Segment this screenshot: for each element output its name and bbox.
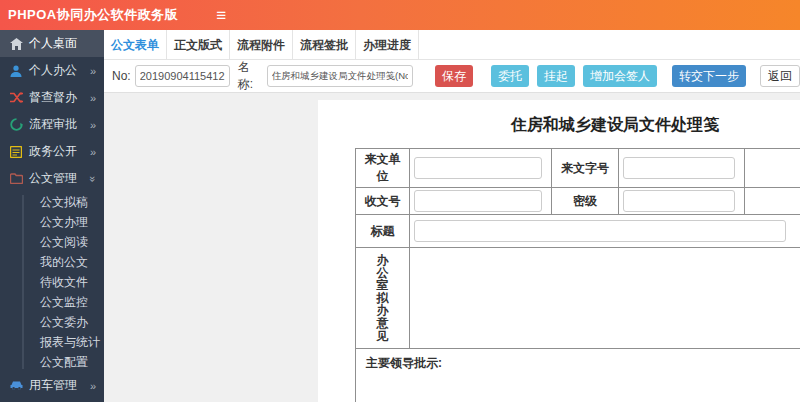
no-input[interactable] (135, 65, 230, 87)
sidebar-item-vehicle-mgmt[interactable]: 用车管理 » (0, 372, 104, 399)
secrecy-input[interactable] (623, 190, 735, 212)
source-unit-label: 来文单位 (356, 149, 410, 188)
sidebar-item-label: 用车管理 (29, 377, 90, 394)
receive-no-label: 收文号 (356, 188, 410, 215)
sidebar-item-supervision[interactable]: 督查督办 » (0, 84, 104, 111)
delegate-button[interactable]: 委托 (491, 65, 529, 87)
sidebar-subitem-process[interactable]: 公文办理 (0, 212, 104, 232)
sidebar-subitem-pending[interactable]: 待收文件 (0, 272, 104, 292)
app-title: PHPOA协同办公软件政务版 (0, 6, 178, 24)
app-window: PHPOA协同办公软件政务版 ≡ 个人桌面 个人办公 » 督查督办 » (0, 0, 800, 402)
app-header: PHPOA协同办公软件政务版 ≡ (0, 0, 800, 30)
main-leader-remark-cell[interactable]: 主要领导批示: (356, 349, 800, 402)
hamburger-menu-icon[interactable]: ≡ (216, 7, 226, 24)
chevron-right-icon: » (90, 380, 104, 392)
subject-input[interactable] (414, 220, 786, 242)
toolbar: No: 名称: 保存 委托 挂起 增加会签人 转交下一步 返回 (104, 60, 800, 93)
office-opinion-area[interactable] (410, 248, 800, 349)
chevron-right-icon: » (90, 146, 104, 158)
tab-flow-attachments[interactable]: 流程附件 (230, 30, 293, 60)
back-button[interactable]: 返回 (760, 65, 800, 87)
no-label: No: (112, 69, 131, 83)
tab-doc-form[interactable]: 公文表单 (104, 30, 167, 60)
sidebar-item-label: 政务公开 (29, 143, 90, 160)
sidebar-item-label: 流程审批 (29, 116, 90, 133)
sidebar-item-gov-disclosure[interactable]: 政务公开 » (0, 138, 104, 165)
calendar-icon (9, 145, 23, 159)
forward-next-step-button[interactable]: 转交下一步 (672, 65, 746, 87)
source-no-input[interactable] (623, 157, 735, 179)
content-area: 住房和城乡建设局文件处理笺 来文单位 来文字号 收文日期 收文号 密级 (104, 93, 800, 402)
office-opinion-label: 办公室拟办意见 (376, 254, 390, 342)
source-no-label: 来文字号 (552, 149, 619, 188)
sidebar-item-label: 个人办公 (29, 62, 90, 79)
folder-icon (9, 172, 23, 186)
chevron-down-icon: » (87, 175, 99, 181)
sidebar-item-document-mgmt[interactable]: 公文管理 » (0, 165, 104, 192)
save-button[interactable]: 保存 (435, 65, 473, 87)
secrecy-label: 密级 (552, 188, 619, 215)
car-icon (9, 379, 23, 393)
sidebar-item-desktop[interactable]: 个人桌面 (0, 30, 104, 57)
name-input[interactable] (267, 65, 413, 87)
tab-progress[interactable]: 办理进度 (356, 30, 419, 60)
table-row: 标题 (356, 215, 800, 248)
refresh-icon (9, 118, 23, 132)
sidebar-subitem-draft[interactable]: 公文拟稿 (0, 192, 104, 212)
add-countersigner-button[interactable]: 增加会签人 (583, 65, 657, 87)
shuffle-icon (9, 91, 23, 105)
sidebar-subitem-my-docs[interactable]: 我的公文 (0, 252, 104, 272)
sidebar-subitem-read[interactable]: 公文阅读 (0, 232, 104, 252)
subject-label: 标题 (356, 215, 410, 248)
document-tabbar: 公文表单 正文版式 流程附件 流程签批 办理进度 (104, 30, 800, 60)
suspend-button[interactable]: 挂起 (537, 65, 575, 87)
main-leader-remark-label: 主要领导批示: (366, 356, 442, 370)
sidebar-subitem-reports[interactable]: 报表与统计 (0, 332, 104, 352)
chevron-right-icon: » (90, 119, 104, 131)
sidebar-subitem-monitor[interactable]: 公文监控 (0, 292, 104, 312)
chevron-right-icon: » (90, 65, 104, 77)
table-row: 主要领导批示: (356, 349, 800, 402)
sidebar-item-personal-office[interactable]: 个人办公 » (0, 57, 104, 84)
name-label: 名称: (238, 59, 263, 93)
tab-flow-sign[interactable]: 流程签批 (293, 30, 356, 60)
source-unit-input[interactable] (414, 157, 542, 179)
receive-no-input[interactable] (414, 190, 542, 212)
user-icon (9, 64, 23, 78)
sidebar-subitem-entrust[interactable]: 公文委办 (0, 312, 104, 332)
sidebar: 个人桌面 个人办公 » 督查督办 » 流程审批 » (0, 30, 104, 402)
office-opinion-label-cell: 办公室拟办意见 (356, 248, 410, 349)
table-row: 办公室拟办意见 (356, 248, 800, 349)
document-paper: 住房和城乡建设局文件处理笺 来文单位 来文字号 收文日期 收文号 密级 (318, 100, 800, 402)
home-icon (9, 37, 23, 51)
document-mgmt-submenu: 公文拟稿 公文办理 公文阅读 我的公文 待收文件 公文监控 公文委办 报表与统计… (0, 192, 104, 372)
chevron-right-icon: » (90, 92, 104, 104)
urgency-label: 缓急 (745, 188, 800, 215)
table-row: 收文号 密级 缓急 (356, 188, 800, 215)
sidebar-subitem-config[interactable]: 公文配置 (0, 352, 104, 372)
sidebar-item-label: 督查督办 (29, 89, 90, 106)
document-title: 住房和城乡建设局文件处理笺 (355, 115, 800, 136)
receive-date-label: 收文日期 (745, 149, 800, 188)
document-form-table: 来文单位 来文字号 收文日期 收文号 密级 缓急 标题 (355, 148, 800, 402)
tab-body-layout[interactable]: 正文版式 (167, 30, 230, 60)
sidebar-item-workflow-approval[interactable]: 流程审批 » (0, 111, 104, 138)
sidebar-item-label: 公文管理 (29, 170, 90, 187)
sidebar-item-label: 个人桌面 (29, 35, 104, 52)
table-row: 来文单位 来文字号 收文日期 (356, 149, 800, 188)
